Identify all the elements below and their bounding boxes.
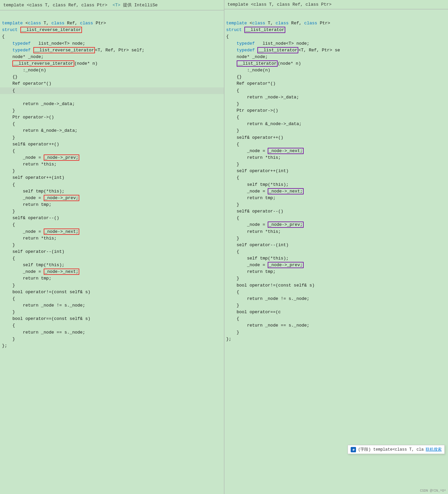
code-line: return tmp; (2, 202, 51, 207)
code-line: _node = _node->_prev; (226, 221, 304, 228)
code-line: } (2, 283, 15, 288)
code-line: self& operator++() (2, 142, 59, 147)
watermark: CSDN @YIN_^O^ (420, 489, 446, 493)
code-line: return _node->_data; (2, 101, 75, 106)
right-code-block: template <class T, class Ref, class Ptr>… (226, 13, 446, 349)
code-line: __list_iterator(node* n) (226, 60, 301, 67)
code-line: self tmp(*this); (226, 182, 289, 187)
code-line: typedef __list_iterator<T, Ref, Ptr> se (226, 47, 340, 53)
code-line: _node = _node->_prev; (226, 262, 304, 268)
left-panel: template <class T, class Ref, class Ptr>… (0, 0, 224, 494)
code-line: }; (226, 337, 232, 342)
code-line: } (2, 168, 15, 173)
code-line: { (226, 249, 239, 254)
code-line: self& operator++() (226, 135, 284, 140)
code-line: node* _node; (226, 54, 268, 59)
code-line: self& operator--() (226, 209, 284, 214)
code-line: } (226, 330, 239, 335)
code-line: } (226, 202, 239, 207)
code-line: bool operator==(c (226, 310, 281, 315)
code-line: typedef __list_reverse_iterator<T, Ref, … (2, 47, 144, 53)
code-line: _node = _node->_next; (2, 269, 79, 275)
code-line: struct __list_reverse_iterator (2, 27, 82, 33)
code-line: return _node == s._node; (226, 323, 310, 328)
code-line: } (226, 101, 239, 106)
right-panel: template <class T, class Ref, class Ptr>… (224, 0, 448, 494)
code-line: self operator++(int) (226, 168, 289, 173)
code-line-highlighted: { (0, 87, 224, 94)
code-line: self operator--(int) (2, 249, 64, 254)
code-line: }; (2, 343, 7, 348)
code-line: { (2, 34, 5, 39)
code-line: :_node(n) (2, 68, 46, 73)
code-line: } (226, 303, 239, 308)
code-line: typedef list_node<T> node; (226, 41, 310, 46)
code-line: } (2, 135, 15, 140)
code-line: self operator--(int) (226, 242, 289, 248)
code-line: return &_node->_data; (2, 128, 77, 133)
intellisense-popup: ◈ (字段) template<class T, cla 联机搜索 (348, 445, 445, 454)
code-line: self tmp(*this); (2, 263, 64, 268)
code-line: return tmp; (226, 195, 276, 200)
code-line: typedef list_node<T> node; (2, 41, 85, 46)
code-line: _node = _node->_prev; (2, 154, 79, 161)
code-line: {} (2, 74, 18, 79)
code-line: Ptr operator->() (2, 115, 54, 120)
code-line: return *this; (226, 155, 281, 160)
tooltip-text-right: template <class T, class Ref, class Ptr> (228, 2, 332, 7)
code-line: bool operator!=(const self& s) (2, 290, 90, 295)
code-line: struct __list_iterator (226, 27, 286, 33)
code-line: } (2, 310, 15, 315)
code-line: { (226, 316, 239, 321)
code-line: return tmp; (226, 269, 276, 274)
code-line: } (2, 108, 15, 113)
intellisense-link[interactable]: 联机搜索 (426, 447, 442, 452)
code-line: } (226, 162, 239, 167)
code-line: { (2, 296, 15, 301)
tooltip-text-left: template <class T, class Ref, class Ptr>… (3, 3, 158, 8)
code-line: self tmp(*this); (2, 189, 64, 194)
code-line: { (2, 148, 15, 153)
code-line: { (226, 215, 239, 220)
code-line: return _node->_data; (226, 95, 299, 100)
code-line: { (226, 142, 239, 147)
code-line: { (2, 256, 15, 261)
code-line: __list_reverse_iterator(node* n) (2, 60, 98, 67)
left-code-block: template <class T, class Ref, class Ptr>… (2, 13, 222, 356)
intellisense-icon: ◈ (351, 447, 356, 452)
code-line: } (2, 209, 15, 214)
code-line: self tmp(*this); (226, 256, 289, 261)
code-line: } (226, 276, 239, 281)
code-line: return *this; (2, 162, 57, 167)
right-tooltip: template <class T, class Ref, class Ptr> (224, 0, 448, 9)
code-line: Ref operator*() (2, 81, 51, 86)
code-line: { (226, 34, 229, 39)
code-line: return *this; (2, 236, 57, 241)
code-line: return _node != s._node; (226, 296, 310, 301)
code-line: } (2, 242, 15, 248)
code-line: Ref operator*() (226, 81, 276, 86)
code-line: { (2, 222, 15, 227)
code-line: _node = _node->_next; (2, 228, 79, 235)
code-line: template <class T, class Ref, class Ptr> (226, 21, 330, 26)
code-line: Ptr operator->() (226, 108, 278, 113)
intellisense-text: (字段) template<class T, cla (358, 447, 424, 452)
code-line: template <class T, class Ref, class Ptr> (2, 21, 106, 26)
code-line: self operator++(int) (2, 175, 64, 180)
code-line: { (226, 115, 239, 120)
code-line: { (2, 323, 15, 328)
code-line: { (226, 175, 239, 180)
code-line: bool operator==(const self& s) (2, 316, 90, 321)
code-line: {} (226, 74, 242, 79)
code-line: self& operator--() (2, 215, 59, 220)
code-line: } (2, 337, 15, 342)
code-line: return &_node->_data; (226, 121, 302, 126)
code-line: { (2, 121, 15, 126)
code-line: :_node(n) (226, 68, 271, 73)
code-line: { (226, 290, 239, 295)
code-line: return _node == s._node; (2, 330, 85, 335)
code-line: _node = _node->_prev; (2, 195, 79, 201)
code-line: _node = _node->_next; (226, 188, 304, 194)
code-line: { (2, 182, 15, 187)
code-line: node* _node; (2, 54, 44, 59)
